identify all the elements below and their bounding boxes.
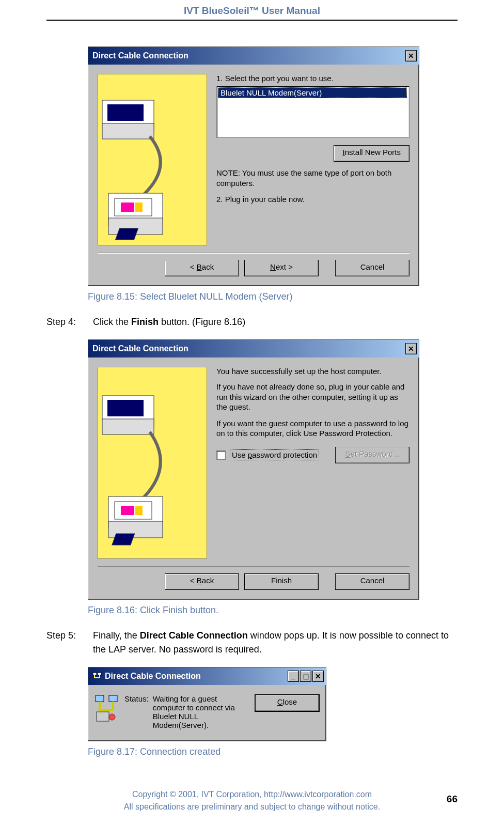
step-label: Step 4: — [46, 315, 93, 329]
svg-rect-22 — [96, 695, 104, 702]
step-label: Step 5: — [46, 629, 93, 657]
svg-rect-20 — [93, 673, 97, 675]
divider — [98, 566, 410, 567]
figure-caption: Figure 8.15: Select Bluelet NULL Modem (… — [88, 291, 458, 302]
svg-rect-19 — [112, 534, 135, 545]
note-text: NOTE: You must use the same type of port… — [216, 168, 410, 188]
dialog-port-select: Direct Cable Connection ✕ — [88, 46, 419, 286]
app-icon — [92, 672, 102, 681]
svg-rect-21 — [98, 673, 101, 675]
step4-row: Step 4: Click the Finish button. (Figure… — [46, 315, 458, 329]
step-text: Finally, the Direct Cable Connection win… — [93, 629, 458, 657]
step-text: Click the Finish button. (Figure 8.16) — [93, 315, 458, 329]
dialog-status: Direct Cable Connection _ ▢ ✕ — [88, 667, 326, 741]
titlebar: Direct Cable Connection ✕ — [88, 340, 419, 357]
dialog-title: Direct Cable Connection — [92, 51, 188, 60]
svg-rect-3 — [107, 104, 144, 121]
svg-point-25 — [109, 714, 115, 720]
maximize-icon: ▢ — [300, 671, 311, 682]
port-item-selected[interactable]: Bluelet NULL Modem(Server) — [218, 87, 407, 98]
minimize-icon[interactable]: _ — [288, 671, 299, 682]
step2-label: 2. Plug in your cable now. — [216, 194, 410, 205]
figure-caption: Figure 8.17: Connection created — [88, 746, 458, 757]
titlebar: Direct Cable Connection _ ▢ ✕ — [88, 667, 326, 685]
svg-rect-12 — [102, 419, 154, 434]
svg-rect-24 — [97, 712, 109, 721]
use-password-checkbox[interactable] — [216, 450, 226, 460]
svg-rect-17 — [121, 506, 134, 515]
titlebar: Direct Cable Connection ✕ — [88, 47, 419, 65]
svg-rect-7 — [121, 203, 134, 212]
success-line1: You have successfully set up the host co… — [216, 367, 410, 376]
doc-footer: Copyright © 2001, IVT Corporation, http:… — [46, 788, 458, 813]
svg-rect-8 — [135, 203, 143, 212]
dialog-title: Direct Cable Connection — [105, 672, 201, 681]
cancel-button[interactable]: Cancel — [335, 573, 410, 590]
svg-rect-2 — [102, 123, 154, 139]
page-number: 66 — [447, 794, 458, 805]
status-text: Waiting for a guest computer to connect … — [153, 694, 248, 729]
use-password-label[interactable]: Use password protection — [230, 449, 319, 460]
install-new-ports-button[interactable]: Install New Ports — [334, 145, 410, 162]
cancel-button[interactable]: Cancel — [335, 260, 410, 276]
close-icon[interactable]: ✕ — [312, 671, 324, 682]
figure-caption: Figure 8.16: Click Finish button. — [88, 605, 458, 616]
svg-rect-13 — [107, 400, 144, 416]
success-line2: If you have not already done so, plug in… — [216, 382, 410, 412]
doc-header: IVT BlueSoleil™ User Manual — [46, 0, 458, 20]
finish-button[interactable]: Finish — [244, 573, 319, 590]
header-rule — [46, 20, 458, 21]
port-listbox[interactable]: Bluelet NULL Modem(Server) — [216, 86, 410, 138]
close-icon[interactable]: ✕ — [405, 50, 417, 61]
success-line3: If you want the guest computer to use a … — [216, 418, 410, 439]
close-icon[interactable]: ✕ — [405, 343, 417, 354]
close-button[interactable]: Close — [255, 694, 320, 712]
dialog-finish: Direct Cable Connection ✕ — [88, 339, 419, 600]
status-label: Status: — [124, 694, 149, 729]
back-button[interactable]: < Back — [165, 573, 239, 590]
step5-row: Step 5: Finally, the Direct Cable Connec… — [46, 629, 458, 657]
wizard-sidebar-art — [98, 367, 207, 559]
connection-icon — [94, 694, 118, 725]
back-button[interactable]: < Back — [165, 260, 239, 276]
divider — [98, 253, 410, 254]
set-password-button: Set Password... — [335, 447, 410, 463]
svg-rect-18 — [135, 506, 143, 515]
step1-label: 1. Select the port you want to use. — [216, 74, 410, 83]
svg-rect-9 — [116, 228, 138, 240]
svg-rect-23 — [109, 695, 117, 702]
next-button[interactable]: Next > — [244, 260, 319, 276]
wizard-sidebar-art — [98, 74, 207, 245]
dialog-title: Direct Cable Connection — [92, 344, 188, 353]
